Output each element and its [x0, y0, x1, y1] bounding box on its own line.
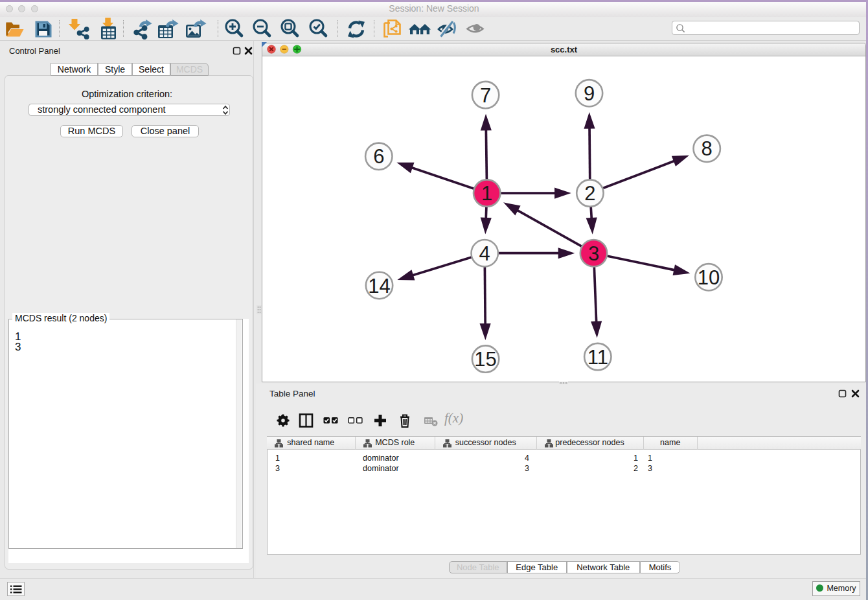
svg-text:4: 4 — [479, 242, 490, 265]
svg-text:3: 3 — [588, 242, 599, 265]
svg-text:7: 7 — [480, 84, 491, 107]
svg-text:8: 8 — [702, 137, 713, 160]
svg-text:15: 15 — [474, 348, 496, 371]
svg-text:9: 9 — [584, 82, 595, 105]
svg-text:14: 14 — [368, 275, 390, 297]
svg-text:1: 1 — [481, 182, 492, 205]
svg-text:11: 11 — [588, 346, 608, 369]
svg-text:2: 2 — [584, 182, 595, 205]
svg-text:6: 6 — [373, 145, 384, 168]
svg-text:10: 10 — [698, 266, 720, 289]
